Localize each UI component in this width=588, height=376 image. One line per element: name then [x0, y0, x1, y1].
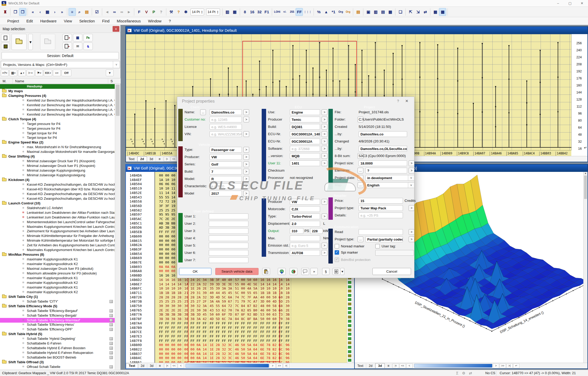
reseller-input[interactable]: 15: [359, 198, 403, 204]
filter-kk-button[interactable]: KK▾: [44, 70, 52, 76]
engine-arrow-button[interactable]: >: [322, 214, 327, 219]
user-tag-input[interactable]: [375, 250, 414, 256]
engine-arrow-button[interactable]: >: [322, 199, 327, 205]
nav-back-button[interactable]: <: [406, 364, 413, 368]
tree-map-item[interactable]: ∗Maximales Kupplungsmoment Kriechen bei …: [0, 248, 115, 252]
grid-percent-icon[interactable]: ▥: [224, 8, 231, 16]
tree-map-item[interactable]: ✳Schalt-Tabelle 'Hybrid Depleting': [0, 336, 115, 341]
ecu-input[interactable]: Temic: [290, 117, 320, 122]
reseller-input[interactable]: Tuner Map Pack: [359, 205, 403, 211]
tree-map-item[interactable]: ✳Schalt-Tabelle 'Efficiency-Bergab': [0, 313, 115, 318]
tab-list-icon[interactable]: ≡: [385, 364, 392, 368]
projects-versions-maps-combo[interactable]: Projects, Versions & Maps: (Ctrl+Shift+F…: [1, 61, 120, 68]
tree-folder[interactable]: Kickdown (4): [0, 178, 115, 182]
tree-map-item[interactable]: ✳Target torque for P4: [0, 131, 115, 136]
tree-map-item[interactable]: ✳Maximum allowable pressure for P3 (abso…: [0, 271, 115, 276]
communication-input[interactable]: [359, 229, 403, 235]
engine-input-2[interactable]: 228: [310, 228, 323, 234]
tree-map-item[interactable]: ✳Kassel-KD Zwangshochschaltungen, da GES…: [0, 196, 115, 201]
dialog-help-button[interactable]: ?: [397, 99, 399, 103]
tab-text[interactable]: Text: [126, 363, 138, 368]
tab-3d[interactable]: 3d: [147, 364, 156, 368]
report-icon[interactable]: [333, 268, 340, 275]
project-input[interactable]: Damosfiles.co,OLSecufile.com: [359, 146, 407, 152]
vehicle-arrow-button[interactable]: >: [243, 147, 249, 153]
color-columns-icon[interactable]: ▤: [354, 8, 362, 16]
tree-map-item[interactable]: ✳Kennfeld zur Berechnung der Hauptdrucka…: [0, 103, 115, 108]
nav-fast-back-button[interactable]: <<: [171, 157, 177, 161]
hexdump-2d-titlebar[interactable]: VW Golf (Original), 0GC300012A_1401, Hex…: [126, 27, 587, 34]
ecu-arrow-button[interactable]: >: [322, 153, 327, 159]
tree-folder[interactable]: Shift Table City (1): [0, 294, 115, 299]
tree-map-item[interactable]: ∗Maximales Kupplungsmoment Kriechen bei …: [0, 224, 115, 229]
filter-flag-button[interactable]: ⚑▾: [35, 70, 43, 76]
tab-list-icon[interactable]: ≡: [156, 364, 164, 368]
filter-list-button[interactable]: ≡▾: [53, 70, 61, 76]
minimize-button[interactable]: –: [552, 0, 564, 7]
window-add-icon[interactable]: ❏: [397, 8, 404, 16]
ecu-input[interactable]: 0GC300012A_140: [290, 131, 320, 137]
filter-off-button[interactable]: Off: [62, 70, 71, 76]
ruler-corner-icon[interactable]: ↵: [584, 146, 587, 150]
more-actions-icon[interactable]: »: [310, 268, 318, 275]
menu-project[interactable]: Project: [4, 18, 23, 24]
tree-map-item[interactable]: ✳Kennfeld zur Berechnung der Hauptdrucka…: [0, 98, 115, 103]
search-window-icon[interactable]: ⌕: [76, 8, 83, 16]
font-size-spinner-1[interactable]: 14 Pt▲▼: [191, 9, 204, 15]
tree-map-item[interactable]: ✳Schalttabelle bei BOOST-Betrieb: [0, 355, 115, 360]
maximize-button[interactable]: ▢: [564, 0, 576, 7]
import-maps-button[interactable]: P▸: [83, 34, 93, 41]
communication-browse-button[interactable]: ...: [358, 236, 363, 242]
first-version-icon[interactable]: «: [29, 8, 36, 16]
export-2-icon[interactable]: ⇲: [414, 8, 421, 16]
filter-compare-button[interactable]: =?▾: [1, 70, 9, 76]
tab-3d[interactable]: 3d: [375, 363, 385, 368]
menu-view[interactable]: View: [60, 18, 76, 24]
communication-input[interactable]: Partial (partially coded): [365, 236, 403, 242]
return-icon[interactable]: ↵: [513, 364, 519, 368]
tab-2d[interactable]: 2d: [138, 364, 147, 368]
tab-2d[interactable]: 2d: [366, 364, 375, 368]
nav-fwd-button[interactable]: >: [493, 364, 499, 368]
prev-version-icon[interactable]: ‹: [36, 8, 44, 16]
next-version-icon[interactable]: ›: [51, 8, 58, 16]
tree-map-item[interactable]: ✳Schalttabelle Hybrid E-Fahren Boosten: [0, 346, 115, 350]
reseller-arrow-button[interactable]: >: [409, 205, 414, 211]
user-input[interactable]: [209, 214, 248, 219]
filter-more-dropdown[interactable]: ▼: [106, 70, 114, 76]
engine-input[interactable]: CJX: [290, 206, 320, 212]
project-input[interactable]: 18.0000: [359, 160, 407, 166]
communication-arrow-button[interactable]: >: [409, 229, 414, 235]
import-file-button[interactable]: ◂: [63, 34, 72, 41]
tree-map-item[interactable]: ✳maximaler Kupplungssolldruck K1: [0, 285, 115, 290]
nav-first-button[interactable]: |<: [164, 364, 170, 368]
tree-map-item[interactable]: ✳Lenkwinkel zum Deaktivieren der AMax-Fu…: [0, 215, 115, 220]
vehicle-input[interactable]: Golf: [210, 161, 242, 167]
layout-1-icon[interactable]: ▣: [365, 8, 372, 16]
menu-?[interactable]: ?: [165, 18, 175, 24]
nav-last-button[interactable]: >|: [283, 364, 289, 368]
org-orange-icon[interactable]: Org: [344, 8, 352, 16]
help-icon[interactable]: ?: [157, 8, 165, 16]
tree-folder[interactable]: Engine Speed Max (2): [0, 140, 115, 145]
bits-8-icon[interactable]: 8: [241, 8, 249, 16]
tree-map-item[interactable]: ✳Schalt-Tabelle 'Efficiency-DPF': [0, 327, 115, 332]
tree-folder[interactable]: Gear Shifting (4): [0, 154, 115, 159]
ok-button[interactable]: OK: [179, 268, 211, 275]
nav-back-button[interactable]: <: [178, 364, 184, 368]
delta-icon[interactable]: ▲: [322, 8, 330, 16]
grid-abs-icon[interactable]: ▦: [231, 8, 238, 16]
tree-map-item[interactable]: ✳Minimal zulaessige Kupplungssteigung: [0, 173, 115, 178]
tree-map-item[interactable]: ✳Kennfeld zur Berechnung der Hauptdrucka…: [0, 108, 115, 112]
tree-map-item[interactable]: ✳Target torque for P4: [0, 135, 115, 140]
ecu-arrow-button[interactable]: >: [322, 117, 327, 122]
view-3d-icon[interactable]: ▩: [439, 8, 446, 16]
nav-last-button[interactable]: >|: [506, 364, 513, 368]
tree-map-item[interactable]: ✳maximaler Kupplungssolldruck K2: [0, 290, 115, 294]
ecu-input[interactable]: 1401: [290, 160, 320, 166]
tools-icon[interactable]: ⚒: [168, 8, 175, 16]
nav-first-button[interactable]: |<: [393, 364, 399, 368]
tree-view-icon[interactable]: ≡: [69, 8, 76, 16]
menu-edit[interactable]: Edit: [23, 18, 36, 24]
client-input[interactable]: e.g. WAUZZZ8E35A23: [210, 131, 242, 137]
